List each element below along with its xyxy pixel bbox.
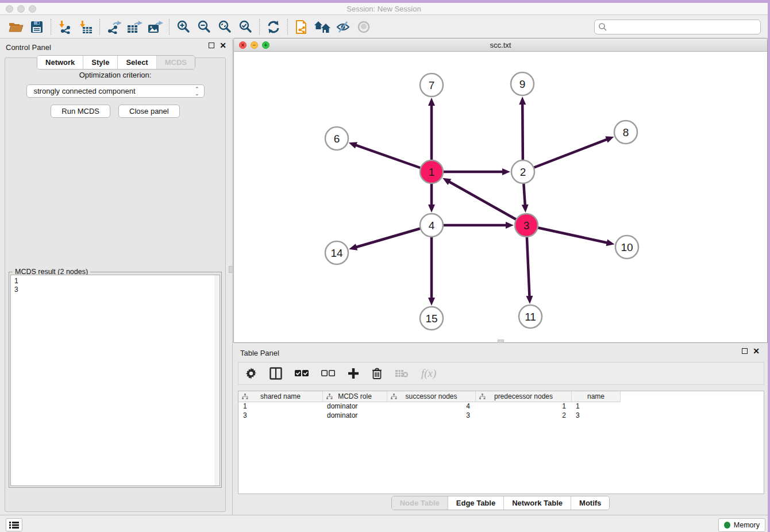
tab-node-table[interactable]: Node Table <box>392 496 448 510</box>
cell-predecessor-nodes[interactable]: 1 <box>475 402 571 411</box>
network-graph[interactable]: 7968124314101511 <box>234 52 767 342</box>
graph-node-7[interactable]: 7 <box>420 74 443 97</box>
graph-node-11[interactable]: 11 <box>519 305 542 328</box>
cell-predecessor-nodes[interactable]: 2 <box>475 411 571 421</box>
tab-motifs[interactable]: Motifs <box>571 496 609 510</box>
vertical-splitter-handle[interactable] <box>229 266 233 273</box>
optimization-criterion-label: Optimization criterion: <box>5 71 225 79</box>
cell-successor-nodes[interactable]: 4 <box>387 402 475 411</box>
hide-details-icon[interactable] <box>333 18 353 36</box>
zoom-out-icon[interactable] <box>194 18 214 36</box>
open-session-icon[interactable] <box>6 18 26 36</box>
float-panel-icon[interactable] <box>209 43 214 48</box>
table-panel: Table Panel ✕ <box>233 345 768 515</box>
memory-button[interactable]: Memory <box>718 518 765 532</box>
window-title: Session: New Session <box>0 5 768 13</box>
cell-successor-nodes[interactable]: 3 <box>387 411 475 421</box>
node-table-header[interactable]: shared nameMCDS rolesuccessor nodesprede… <box>238 391 621 402</box>
zoom-fit-icon[interactable] <box>214 18 235 36</box>
optimization-criterion-select[interactable]: strongly connected component ⌃⌄ <box>26 84 205 98</box>
export-table-icon[interactable] <box>124 18 145 36</box>
cell-name[interactable]: 3 <box>571 411 620 421</box>
duplicate-network-icon[interactable] <box>291 18 312 36</box>
horizontal-splitter-handle[interactable] <box>498 340 504 343</box>
mcds-result-scrollbar[interactable] <box>214 275 220 485</box>
edge-1-6[interactable] <box>355 145 432 172</box>
cell-name[interactable]: 1 <box>571 402 620 411</box>
toolbar-separator <box>169 19 170 35</box>
save-session-icon[interactable] <box>26 18 47 36</box>
tab-mcds[interactable]: MCDS <box>156 56 195 69</box>
cell-MCDS-role[interactable]: dominator <box>322 402 387 411</box>
toolbar-separator <box>51 19 51 35</box>
graph-node-6[interactable]: 6 <box>325 127 348 150</box>
home-icon[interactable] <box>312 18 333 36</box>
cell-shared-name[interactable]: 1 <box>238 402 322 411</box>
refresh-icon[interactable] <box>263 18 284 36</box>
edge-arrow <box>502 168 510 175</box>
cell-MCDS-role[interactable]: dominator <box>322 411 387 421</box>
tab-style[interactable]: Style <box>83 56 117 69</box>
edge-arrow <box>526 296 533 304</box>
column-header-shared-name[interactable]: shared name <box>238 391 322 402</box>
memory-label: Memory <box>734 521 760 529</box>
graph-node-10[interactable]: 10 <box>615 236 638 259</box>
close-panel-icon[interactable]: ✕ <box>220 43 226 48</box>
graph-node-8[interactable]: 8 <box>614 121 637 144</box>
zoom-in-icon[interactable] <box>173 18 194 36</box>
graph-node-1[interactable]: 1 <box>420 160 443 183</box>
export-network-icon[interactable] <box>103 18 124 36</box>
graph-node-3[interactable]: 3 <box>515 214 538 237</box>
network-window-titlebar[interactable]: × − + scc.txt <box>234 38 767 52</box>
export-image-icon[interactable] <box>145 18 165 36</box>
edge-3-10[interactable] <box>526 225 609 243</box>
graph-node-15[interactable]: 15 <box>420 307 443 330</box>
table-row[interactable]: 1dominator411 <box>238 402 764 411</box>
mcds-result-text[interactable]: 1 3 <box>10 275 220 486</box>
network-view-window: × − + scc.txt 7968124314101511 <box>233 38 768 343</box>
graph-node-2[interactable]: 2 <box>511 160 534 183</box>
tab-select[interactable]: Select <box>117 56 156 69</box>
import-table-icon[interactable] <box>75 18 96 36</box>
float-table-panel-icon[interactable] <box>742 348 748 354</box>
close-table-panel-icon[interactable]: ✕ <box>753 348 760 354</box>
table-row[interactable]: 3dominator323 <box>238 411 764 421</box>
split-columns-icon[interactable] <box>270 367 282 380</box>
column-header-MCDS-role[interactable]: MCDS role <box>322 391 387 402</box>
tab-edge-table[interactable]: Edge Table <box>448 496 503 510</box>
search-field[interactable] <box>594 20 761 34</box>
add-icon[interactable] <box>348 368 359 379</box>
search-icon <box>598 22 607 32</box>
tab-network[interactable]: Network <box>37 56 83 69</box>
show-details-icon <box>353 18 374 36</box>
network-canvas[interactable]: 7968124314101511 <box>234 52 767 342</box>
node-table[interactable]: shared nameMCDS rolesuccessor nodesprede… <box>238 391 764 494</box>
tab-network-table[interactable]: Network Table <box>503 496 571 510</box>
svg-text:3: 3 <box>523 219 530 232</box>
delete-icon[interactable] <box>372 368 382 380</box>
edge-arrow <box>428 298 435 306</box>
network-view-title: scc.txt <box>234 41 767 49</box>
select-all-icon[interactable] <box>295 369 309 377</box>
graph-node-4[interactable]: 4 <box>420 214 443 237</box>
deselect-all-icon[interactable] <box>321 369 335 377</box>
task-history-button[interactable] <box>6 518 22 531</box>
column-header-predecessor-nodes[interactable]: predecessor nodes <box>475 391 571 402</box>
close-panel-button[interactable]: Close panel <box>118 105 180 118</box>
import-network-icon[interactable] <box>55 18 75 36</box>
table-tabs: Node TableEdge TableNetwork TableMotifs <box>233 496 768 510</box>
graph-node-9[interactable]: 9 <box>511 72 534 95</box>
cell-shared-name[interactable]: 3 <box>238 411 322 421</box>
search-input[interactable] <box>594 20 761 34</box>
column-header-name[interactable]: name <box>571 391 620 402</box>
svg-text:2: 2 <box>520 166 526 178</box>
graph-node-14[interactable]: 14 <box>325 241 348 264</box>
edge-3-1[interactable] <box>448 181 526 225</box>
column-header-successor-nodes[interactable]: successor nodes <box>387 391 475 402</box>
edge-2-8[interactable] <box>523 139 608 172</box>
edge-arrow <box>349 244 357 250</box>
zoom-selected-icon[interactable] <box>235 18 256 36</box>
gear-icon[interactable] <box>245 368 257 379</box>
edge-arrow <box>522 205 529 213</box>
run-mcds-button[interactable]: Run MCDS <box>51 105 110 118</box>
